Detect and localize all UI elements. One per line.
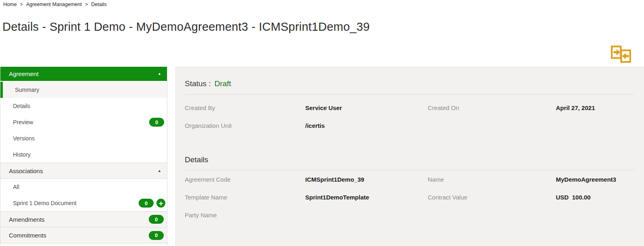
sidebar-item-label: Versions	[13, 135, 35, 142]
compare-documents-icon	[610, 45, 631, 64]
field-label: Created By	[185, 99, 305, 117]
field-value: MyDemoAgreement3	[556, 170, 634, 188]
status-label: Status :	[185, 79, 211, 88]
field-value	[556, 206, 634, 224]
sidebar-section-commitments-label: Commitments	[9, 232, 46, 239]
summary-fields: Created By Service User Created On April…	[185, 99, 634, 134]
count-badge: 0	[149, 118, 164, 127]
field-value	[305, 206, 428, 224]
sidebar-item-versions[interactable]: Versions	[0, 130, 167, 146]
field-label: Agreement Code	[185, 170, 305, 188]
sidebar-item-history[interactable]: History	[0, 146, 167, 163]
status-row: Status :Draft	[185, 67, 634, 88]
field-value: April 27, 2021	[556, 99, 634, 117]
compare-documents-button[interactable]	[610, 45, 631, 64]
sidebar-item-label: History	[13, 151, 31, 158]
field-value: Service User	[305, 99, 428, 117]
field-value: /icertis	[305, 117, 428, 134]
divider	[185, 94, 634, 95]
field-value: Sprint1DemoTemplate	[305, 188, 428, 206]
breadcrumb: Home > Agreement Management > Details	[3, 2, 107, 7]
count-badge: 0	[149, 231, 164, 240]
sidebar-section-agreement-label: Agreement	[9, 70, 38, 77]
status-value: Draft	[214, 79, 231, 88]
sidebar: Agreement ▲ Summary Details Preview 0 Ve…	[0, 67, 167, 246]
collapse-arrow-icon: ▲	[158, 169, 161, 173]
sidebar-item-label: Details	[13, 103, 30, 109]
field-label: Party Name	[185, 206, 305, 224]
sidebar-item-label: Sprint 1 Demo Document	[13, 200, 76, 206]
breadcrumb-agreement-management[interactable]: Agreement Management	[26, 2, 82, 7]
summary-panel: Status :Draft Created By Service User Cr…	[175, 67, 644, 246]
count-badge: 0	[139, 199, 154, 208]
field-label	[428, 117, 556, 134]
sidebar-item-all[interactable]: All	[0, 179, 167, 195]
breadcrumb-home[interactable]: Home	[3, 2, 17, 7]
field-label: Created On	[428, 99, 556, 117]
sidebar-item-label: Summary	[15, 87, 39, 93]
sidebar-section-amendments[interactable]: Amendments 0	[0, 211, 167, 227]
sidebar-item-label: Preview	[13, 119, 33, 125]
page-title: Details - Sprint 1 Demo - MyDemoAgreemen…	[2, 20, 370, 34]
sidebar-section-associations[interactable]: Associations ▲	[0, 163, 167, 179]
field-label: Contract Value	[428, 188, 556, 206]
field-value: USD 100.00	[556, 188, 634, 206]
sidebar-section-amendments-label: Amendments	[9, 216, 44, 223]
details-fields: Agreement Code ICMSprint1Demo_39 Name My…	[185, 170, 634, 224]
sidebar-item-label: All	[13, 184, 19, 190]
field-value	[556, 117, 634, 134]
field-label	[428, 206, 556, 224]
sidebar-item-details[interactable]: Details	[0, 98, 167, 114]
sidebar-section-commitments[interactable]: Commitments 0	[0, 227, 167, 244]
field-label: Organization Unit	[185, 117, 305, 134]
collapse-arrow-icon: ▲	[158, 72, 161, 76]
sidebar-item-sprint-1-demo-document[interactable]: Sprint 1 Demo Document 0 +	[0, 195, 167, 211]
breadcrumb-separator: >	[85, 2, 88, 7]
breadcrumb-separator: >	[20, 2, 23, 7]
sidebar-section-agreement[interactable]: Agreement ▲	[0, 67, 167, 81]
count-badge: 0	[149, 215, 164, 224]
field-label: Template Name	[185, 188, 305, 206]
sidebar-section-associations-label: Associations	[9, 168, 43, 174]
sidebar-item-preview[interactable]: Preview 0	[0, 114, 167, 130]
details-section-heading: Details	[185, 155, 634, 164]
sidebar-item-summary[interactable]: Summary	[0, 82, 167, 98]
add-association-button[interactable]: +	[156, 199, 165, 208]
breadcrumb-details: Details	[91, 2, 107, 7]
field-label: Name	[428, 170, 556, 188]
field-value: ICMSprint1Demo_39	[305, 170, 428, 188]
